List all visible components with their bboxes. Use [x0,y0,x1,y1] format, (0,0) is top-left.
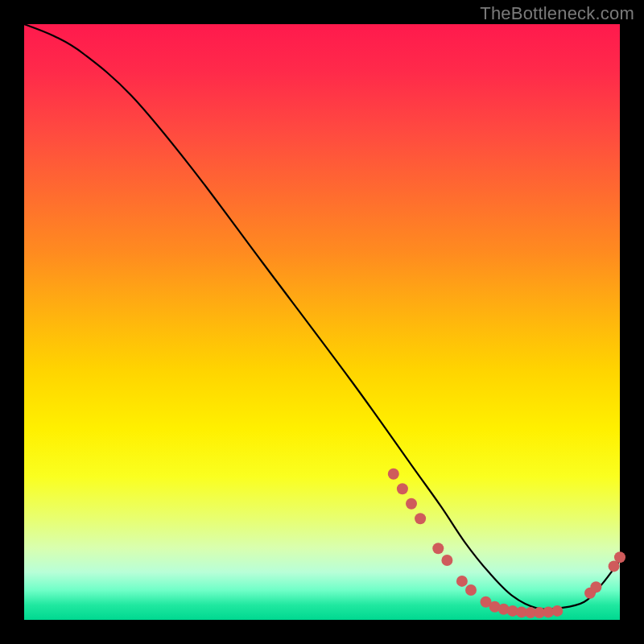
data-marker [406,498,417,510]
data-marker [614,551,625,563]
curve-layer [24,24,620,620]
plot-area [24,24,620,620]
data-marker [441,555,452,566]
data-marker [551,605,563,617]
data-marker [397,483,408,494]
data-marker [432,543,444,554]
data-marker [456,576,468,587]
watermark-label: TheBottleneck.com [480,3,634,24]
data-marker [465,584,477,596]
data-marker [415,513,426,524]
marker-group [388,469,625,618]
chart-frame: TheBottleneck.com [0,0,644,644]
data-marker [388,469,399,480]
data-marker [590,581,601,592]
bottleneck-curve [24,24,620,609]
